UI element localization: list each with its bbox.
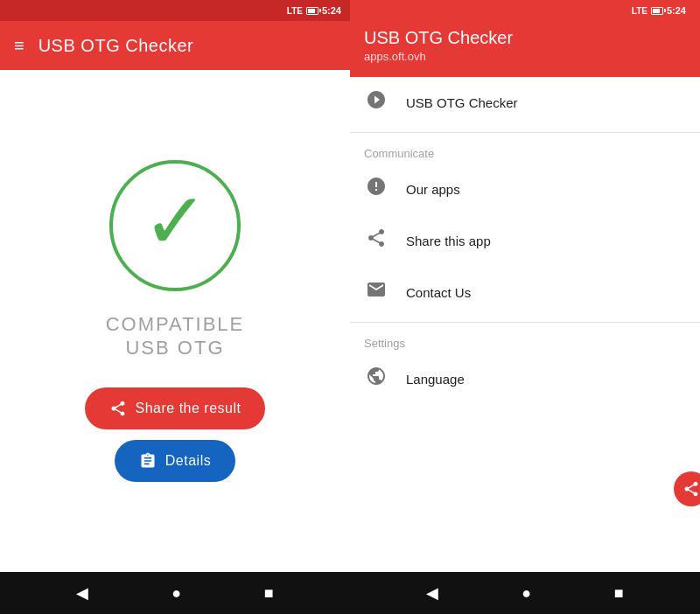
share-icon <box>109 400 127 417</box>
drawer-header: LTE 5:24 USB OTG Checker apps.oft.ovh <box>350 0 700 77</box>
drawer-item-language[interactable]: Language <box>350 353 700 405</box>
status-bar-right: LTE 5:24 <box>364 0 686 21</box>
details-button[interactable]: Details <box>115 440 235 482</box>
share-result-label: Share the result <box>136 401 242 416</box>
time-right: 5:24 <box>667 5 686 16</box>
toolbar-left: ≡ USB OTG Checker <box>0 21 350 70</box>
drawer-app-name: USB OTG Checker <box>364 21 686 48</box>
action-buttons: Share the result Details <box>85 387 266 482</box>
language-label: Language <box>406 372 465 387</box>
home-button-left[interactable]: ● <box>172 584 181 603</box>
share-fab-peek <box>674 471 700 506</box>
drawer-item-contact-us[interactable]: Contact Us <box>350 267 700 318</box>
signal-right: LTE <box>632 6 648 16</box>
main-content: ✓ COMPATIBLE USB OTG Share the result De… <box>0 70 350 572</box>
usb-otg-label: USB OTG <box>125 337 224 359</box>
status-bar-left: LTE 5:24 <box>0 0 350 21</box>
share-this-app-label: Share this app <box>406 234 491 248</box>
drawer-item-share-app[interactable]: Share this app <box>350 215 700 267</box>
compatible-label: COMPATIBLE <box>106 312 245 338</box>
contact-us-label: Contact Us <box>406 285 471 300</box>
usb-otg-checker-menu-label: USB OTG Checker <box>406 95 518 110</box>
nav-bar-right: ◀ ● ■ <box>350 572 700 614</box>
drawer-item-usb-otg-checker[interactable]: USB OTG Checker <box>350 77 700 129</box>
signal-indicator: LTE <box>287 6 303 16</box>
drawer-item-our-apps[interactable]: Our apps <box>350 164 700 215</box>
settings-section-label: Settings <box>350 326 700 353</box>
time-left: 5:24 <box>322 5 341 16</box>
hamburger-menu-icon[interactable]: ≡ <box>14 36 24 56</box>
drawer-subtitle: apps.oft.ovh <box>364 50 686 63</box>
battery-icon-right <box>651 7 663 15</box>
our-apps-label: Our apps <box>406 182 460 197</box>
battery-icon <box>306 7 318 15</box>
communicate-section-label: Communicate <box>350 136 700 164</box>
exclamation-icon <box>364 176 388 202</box>
checkmark-icon: ✓ <box>143 182 208 261</box>
back-button-left[interactable]: ◀ <box>76 583 88 603</box>
nav-bar-left: ◀ ● ■ <box>0 572 350 614</box>
recent-button-left[interactable]: ■ <box>264 584 274 603</box>
details-label: Details <box>165 453 211 469</box>
share-result-button[interactable]: Share the result <box>85 387 266 429</box>
left-phone-panel: LTE 5:24 ≡ USB OTG Checker ✓ COMPATIBLE … <box>0 0 350 614</box>
recent-button-right[interactable]: ■ <box>614 584 624 603</box>
check-circle: ✓ <box>109 160 241 291</box>
divider-1 <box>350 132 700 133</box>
right-drawer-panel: LTE 5:24 USB OTG Checker apps.oft.ovh US… <box>350 0 700 614</box>
globe-icon <box>364 366 388 392</box>
back-button-right[interactable]: ◀ <box>426 583 438 603</box>
toolbar-title-left: USB OTG Checker <box>38 36 194 56</box>
play-icon <box>364 89 388 115</box>
divider-2 <box>350 322 700 323</box>
home-button-right[interactable]: ● <box>522 584 531 603</box>
envelope-icon <box>364 279 388 305</box>
clipboard-icon <box>139 452 157 470</box>
drawer-body: USB OTG Checker Communicate Our apps Sha… <box>350 77 700 572</box>
share-app-icon <box>364 227 388 254</box>
